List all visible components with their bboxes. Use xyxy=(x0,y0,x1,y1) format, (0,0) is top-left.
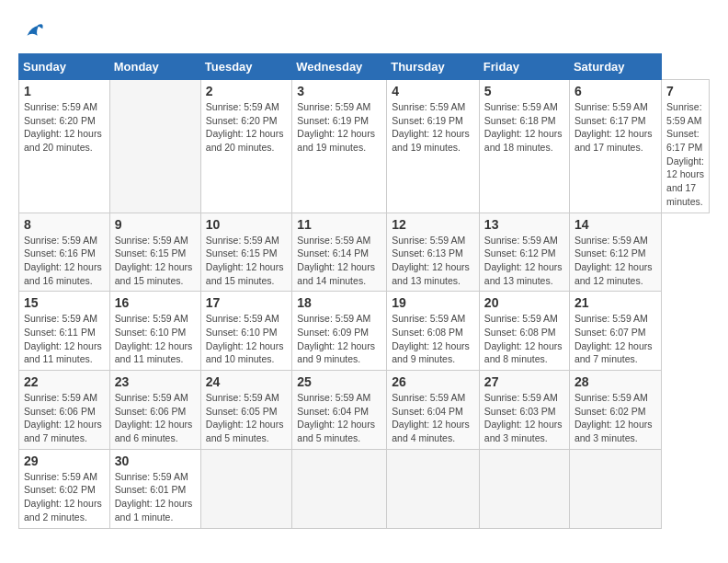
calendar-cell-30: 30Sunrise: 5:59 AMSunset: 6:01 PMDayligh… xyxy=(109,449,200,528)
calendar-cell-11: 11Sunrise: 5:59 AMSunset: 6:14 PMDayligh… xyxy=(292,213,387,292)
calendar-cell-19: 19Sunrise: 5:59 AMSunset: 6:08 PMDayligh… xyxy=(387,292,480,371)
calendar-cell-21: 21Sunrise: 5:59 AMSunset: 6:07 PMDayligh… xyxy=(569,292,661,371)
calendar-cell-empty-3-6 xyxy=(569,449,661,528)
calendar-cell-22: 22Sunrise: 5:59 AMSunset: 6:06 PMDayligh… xyxy=(19,371,110,450)
calendar-cell-empty-3-4 xyxy=(387,449,480,528)
calendar-cell-5: 5Sunrise: 5:59 AMSunset: 6:18 PMDaylight… xyxy=(479,80,569,213)
calendar-cell-13: 13Sunrise: 5:59 AMSunset: 6:12 PMDayligh… xyxy=(479,213,569,292)
calendar-cell-9: 9Sunrise: 5:59 AMSunset: 6:15 PMDaylight… xyxy=(109,213,200,292)
calendar-header-sunday: Sunday xyxy=(19,54,110,80)
calendar-cell-17: 17Sunrise: 5:59 AMSunset: 6:10 PMDayligh… xyxy=(200,292,292,371)
calendar-header-monday: Monday xyxy=(109,54,200,80)
calendar-cell-empty-3-2 xyxy=(200,449,292,528)
calendar-cell-empty-0 xyxy=(109,80,200,213)
calendar-cell-2: 2Sunrise: 5:59 AMSunset: 6:20 PMDaylight… xyxy=(200,80,292,213)
logo xyxy=(18,18,46,44)
calendar-cell-12: 12Sunrise: 5:59 AMSunset: 6:13 PMDayligh… xyxy=(387,213,480,292)
calendar-cell-29: 29Sunrise: 5:59 AMSunset: 6:02 PMDayligh… xyxy=(19,449,110,528)
calendar-week-5: 29Sunrise: 5:59 AMSunset: 6:02 PMDayligh… xyxy=(19,449,710,528)
calendar-cell-27: 27Sunrise: 5:59 AMSunset: 6:03 PMDayligh… xyxy=(479,371,569,450)
calendar-cell-3: 3Sunrise: 5:59 AMSunset: 6:19 PMDaylight… xyxy=(292,80,387,213)
calendar-cell-16: 16Sunrise: 5:59 AMSunset: 6:10 PMDayligh… xyxy=(109,292,200,371)
calendar-cell-24: 24Sunrise: 5:59 AMSunset: 6:05 PMDayligh… xyxy=(200,371,292,450)
calendar-week-2: 8Sunrise: 5:59 AMSunset: 6:16 PMDaylight… xyxy=(19,213,710,292)
calendar-cell-7: 7Sunrise: 5:59 AMSunset: 6:17 PMDaylight… xyxy=(662,80,710,213)
calendar-cell-6: 6Sunrise: 5:59 AMSunset: 6:17 PMDaylight… xyxy=(569,80,661,213)
calendar-week-1: 1Sunrise: 5:59 AMSunset: 6:20 PMDaylight… xyxy=(19,80,710,213)
calendar-cell-23: 23Sunrise: 5:59 AMSunset: 6:06 PMDayligh… xyxy=(109,371,200,450)
calendar-cell-empty-3-3 xyxy=(292,449,387,528)
calendar-header-tuesday: Tuesday xyxy=(200,54,292,80)
calendar-cell-20: 20Sunrise: 5:59 AMSunset: 6:08 PMDayligh… xyxy=(479,292,569,371)
calendar-cell-14: 14Sunrise: 5:59 AMSunset: 6:12 PMDayligh… xyxy=(569,213,661,292)
calendar-cell-4: 4Sunrise: 5:59 AMSunset: 6:19 PMDaylight… xyxy=(387,80,480,213)
logo-bird-icon xyxy=(20,18,46,44)
calendar-cell-8: 8Sunrise: 5:59 AMSunset: 6:16 PMDaylight… xyxy=(19,213,110,292)
calendar-table: SundayMondayTuesdayWednesdayThursdayFrid… xyxy=(18,53,710,529)
calendar-header-saturday: Saturday xyxy=(569,54,661,80)
calendar-header-thursday: Thursday xyxy=(387,54,480,80)
calendar-cell-28: 28Sunrise: 5:59 AMSunset: 6:02 PMDayligh… xyxy=(569,371,661,450)
calendar-header-row: SundayMondayTuesdayWednesdayThursdayFrid… xyxy=(19,54,710,80)
calendar-header-wednesday: Wednesday xyxy=(292,54,387,80)
calendar-header-friday: Friday xyxy=(479,54,569,80)
calendar-cell-empty-3-5 xyxy=(479,449,569,528)
calendar-cell-10: 10Sunrise: 5:59 AMSunset: 6:15 PMDayligh… xyxy=(200,213,292,292)
calendar-cell-15: 15Sunrise: 5:59 AMSunset: 6:11 PMDayligh… xyxy=(19,292,110,371)
calendar-week-3: 15Sunrise: 5:59 AMSunset: 6:11 PMDayligh… xyxy=(19,292,710,371)
calendar-cell-25: 25Sunrise: 5:59 AMSunset: 6:04 PMDayligh… xyxy=(292,371,387,450)
page-header xyxy=(18,18,710,44)
calendar-cell-1: 1Sunrise: 5:59 AMSunset: 6:20 PMDaylight… xyxy=(19,80,110,213)
calendar-cell-26: 26Sunrise: 5:59 AMSunset: 6:04 PMDayligh… xyxy=(387,371,480,450)
calendar-cell-18: 18Sunrise: 5:59 AMSunset: 6:09 PMDayligh… xyxy=(292,292,387,371)
calendar-week-4: 22Sunrise: 5:59 AMSunset: 6:06 PMDayligh… xyxy=(19,371,710,450)
